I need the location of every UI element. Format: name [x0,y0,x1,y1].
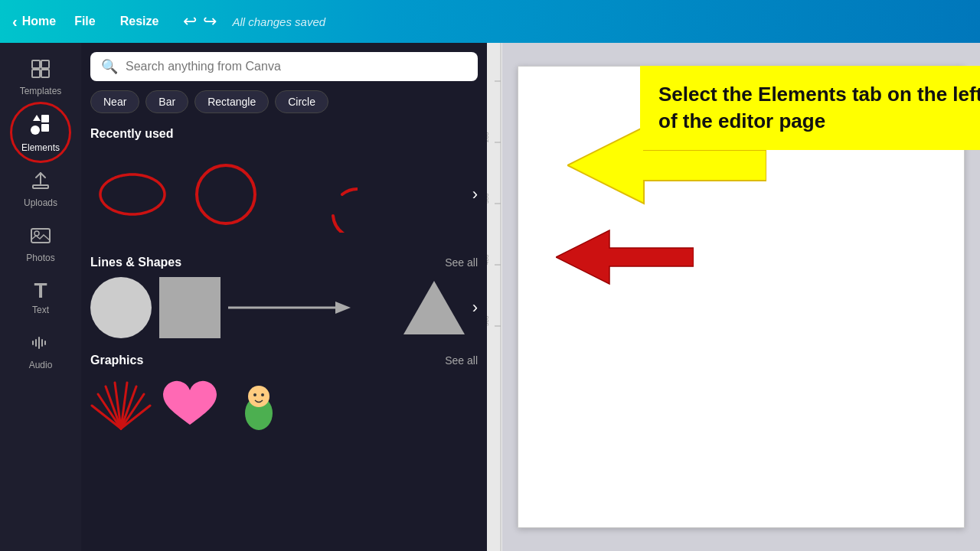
sidebar-item-audio[interactable]: Audio [0,323,81,378]
main-area: Templates Elements [0,43,980,551]
saved-status: All changes saved [232,15,325,28]
photos-label: Photos [26,253,54,263]
carousel-next-button[interactable]: › [472,184,478,204]
chip-bar[interactable]: Bar [145,90,188,113]
graphics-see-all[interactable]: See all [445,354,478,367]
svg-point-9 [34,231,39,236]
graphic-item-2[interactable] [159,375,220,439]
elements-icon [29,113,52,139]
recently-used-item-3[interactable] [277,152,361,236]
svg-point-11 [197,165,255,223]
graphic-item-3[interactable] [228,375,289,439]
sidebar-item-templates[interactable]: Templates [0,49,81,104]
elements-panel: 🔍 Near Bar Rectangle Circle Recently use… [81,43,487,551]
svg-rect-4 [41,115,49,122]
sidebar-item-uploads[interactable]: Uploads [0,161,81,216]
lines-shapes-see-all[interactable]: See all [445,256,478,269]
graphic-item-1[interactable] [90,375,152,439]
recently-used-item-1[interactable] [90,152,175,236]
graphics-header: Graphics See all [90,354,478,367]
shapes-carousel-next[interactable]: › [472,298,478,318]
lines-shapes-title: Lines & Shapes [90,256,181,269]
shape-circle[interactable] [90,277,152,338]
svg-rect-26 [487,43,502,551]
lines-shapes-header: Lines & Shapes See all [90,256,478,269]
svg-rect-0 [32,60,40,68]
callout-text: Select the Elements tab on the left side… [658,83,980,132]
shape-triangle[interactable] [403,281,465,334]
svg-point-5 [31,126,40,135]
back-arrow-icon: ‹ [12,13,18,31]
recently-used-item-2[interactable] [184,152,268,236]
undo-button[interactable]: ↩ [183,11,197,31]
svg-text:200: 200 [487,132,490,142]
svg-point-24 [253,393,256,396]
svg-rect-8 [31,229,50,243]
ruler-vertical: 200 300 400 500 [487,43,502,551]
text-icon: T [34,280,47,302]
audio-label: Audio [29,360,53,370]
canvas-area: 200 300 400 500 Select the Elements tab … [487,43,980,551]
search-input[interactable] [126,60,467,73]
uploads-label: Uploads [24,197,57,208]
recently-used-row: › [90,148,478,240]
recently-used-header: Recently used [90,127,478,141]
sidebar-item-photos[interactable]: Photos [0,216,81,271]
svg-point-25 [261,393,264,396]
elements-label: Elements [21,142,60,153]
search-bar: 🔍 [90,52,478,81]
home-back-button[interactable]: ‹ Home [12,13,56,31]
sidebar-item-elements[interactable]: Elements [0,104,81,161]
redo-button[interactable]: ↪ [203,11,217,31]
svg-point-23 [248,386,270,407]
text-label: Text [32,305,49,315]
chip-near[interactable]: Near [90,90,139,113]
graphics-row [90,375,478,439]
svg-rect-3 [41,70,49,77]
undo-redo-group: ↩ ↪ [183,11,217,31]
recently-used-title: Recently used [90,127,173,141]
chip-rectangle[interactable]: Rectangle [194,90,269,113]
top-bar: ‹ Home File Resize ↩ ↪ All changes saved [0,0,980,43]
graphics-title: Graphics [90,354,143,367]
svg-rect-2 [32,70,40,77]
templates-icon [30,58,51,83]
svg-rect-7 [33,185,48,188]
file-menu-button[interactable]: File [68,11,102,31]
resize-button[interactable]: Resize [114,11,165,31]
search-icon: 🔍 [101,58,118,75]
photos-icon [30,225,51,249]
svg-text:300: 300 [487,193,490,204]
chip-circle[interactable]: Circle [275,90,328,113]
shapes-row: › [90,277,478,338]
svg-marker-13 [335,302,351,314]
svg-point-10 [100,174,165,214]
callout-box: Select the Elements tab on the left side… [640,66,980,150]
uploads-icon [30,170,51,194]
svg-text:500: 500 [487,315,490,326]
home-label: Home [22,15,56,28]
svg-rect-6 [41,124,49,132]
sidebar: Templates Elements [0,43,81,551]
sidebar-item-text[interactable]: T Text [0,271,81,323]
svg-rect-1 [41,60,49,68]
svg-text:400: 400 [487,254,490,265]
shape-arrow[interactable] [228,296,396,319]
templates-label: Templates [20,86,62,96]
shape-square[interactable] [159,277,220,338]
filter-chips: Near Bar Rectangle Circle [90,90,478,113]
audio-icon [30,332,51,357]
